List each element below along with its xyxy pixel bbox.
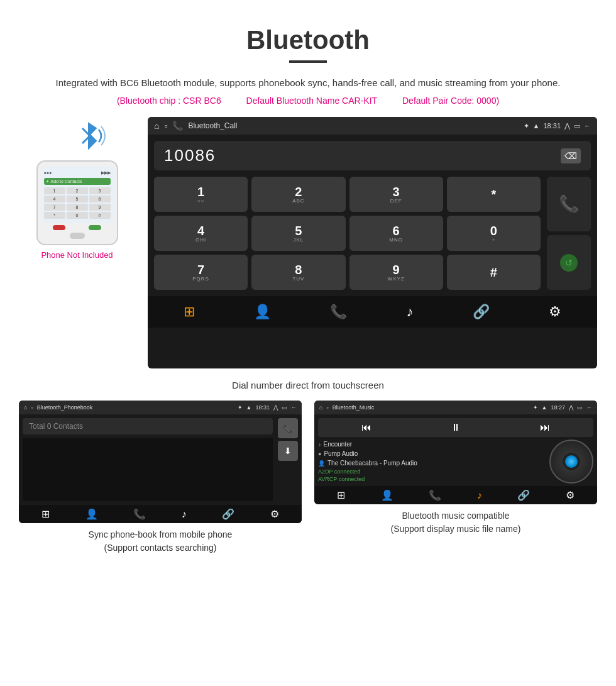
- pb-bt-icon: ✦: [238, 404, 243, 411]
- toolbar-music-icon[interactable]: ♪: [402, 301, 419, 323]
- chip-info: (Bluetooth chip : CSR BC6 Default Blueto…: [0, 96, 616, 117]
- phonebook-action-buttons: 📞 ⬇: [278, 418, 298, 501]
- bluetooth-signal-icon: [71, 117, 109, 162]
- phonebook-search-text: Total 0 Contacts: [29, 422, 83, 431]
- mus-tb-dialpad[interactable]: ⊞: [337, 489, 345, 501]
- download-action-btn[interactable]: ⬇: [278, 441, 298, 461]
- bt-icon: ✦: [524, 122, 529, 130]
- pb-tb-contacts[interactable]: 👤: [85, 508, 98, 520]
- call-action-btn[interactable]: 📞: [278, 418, 298, 438]
- mus-title: Bluetooth_Music: [333, 404, 529, 411]
- track-3-name: The Cheebacabra - Pump Audio: [327, 460, 417, 467]
- phonebook-screen: ⌂ ▫ Bluetooth_Phonebook ✦ ▲ 18:31 ⋀ ▭ ← …: [19, 401, 302, 523]
- mus-tb-call[interactable]: 📞: [429, 489, 441, 501]
- key-7[interactable]: 7PQRS: [154, 255, 248, 290]
- green-call-icon: 📞: [559, 194, 579, 214]
- phone-not-included-label: Phone Not Included: [41, 250, 113, 260]
- phone-dialpad: 123 456 789 *0#: [44, 187, 111, 219]
- pb-title: Bluetooth_Phonebook: [37, 404, 234, 411]
- mus-tb-music[interactable]: ♪: [477, 490, 482, 501]
- phone-area: ●●●▶▶▶ +Add to Contacts 123 456 789 *0# …: [19, 117, 135, 260]
- keypad-area: 1○○ 2ABC 3DEF * 4GHI 5JKL: [148, 177, 597, 296]
- phonebook-list: [23, 438, 273, 501]
- mus-expand-icon: ⋀: [569, 404, 573, 411]
- window-icon: ▭: [574, 122, 580, 130]
- pb-sim-icon: ▫: [31, 404, 33, 411]
- time-display: 18:31: [543, 122, 561, 130]
- pb-tb-link[interactable]: 🔗: [222, 508, 234, 520]
- phone-screen: ●●●▶▶▶ +Add to Contacts 123 456 789 *0#: [41, 167, 113, 223]
- play-pause-btn[interactable]: ⏸: [451, 422, 461, 433]
- phone-screen-top: ●●●▶▶▶: [44, 170, 111, 175]
- vinyl-center: [565, 455, 578, 468]
- pb-window-icon: ▭: [282, 404, 287, 411]
- music-info: ♪ Encounter ● Pump Audio 👤 The Cheebacab…: [314, 437, 597, 486]
- mus-tb-settings[interactable]: ⚙: [566, 489, 575, 501]
- next-track-btn[interactable]: ⏭: [540, 422, 550, 433]
- bottom-screenshots: ⌂ ▫ Bluetooth_Phonebook ✦ ▲ 18:31 ⋀ ▭ ← …: [0, 401, 616, 555]
- pb-tb-settings[interactable]: ⚙: [270, 508, 279, 520]
- dial-number-display: 10086: [164, 146, 216, 165]
- phone-mockup: ●●●▶▶▶ +Add to Contacts 123 456 789 *0#: [36, 160, 118, 245]
- pb-home-icon: ⌂: [24, 404, 27, 411]
- toolbar-settings-icon[interactable]: ⚙: [544, 301, 566, 323]
- music-item: ⌂ ▫ Bluetooth_Music ✦ ▲ 18:27 ⋀ ▭ ← ⏮ ⏸ …: [314, 401, 597, 555]
- prev-track-btn[interactable]: ⏮: [361, 422, 371, 433]
- music-controls: ⏮ ⏸ ⏭: [318, 418, 593, 437]
- mus-sim-icon: ▫: [326, 404, 328, 411]
- key-9[interactable]: 9WXYZ: [349, 255, 443, 290]
- car-screen-main: ⌂ ▫ 📞 Bluetooth_Call ✦ ▲ 18:31 ⋀ ▭ ← 100…: [148, 117, 597, 368]
- pb-back-icon: ←: [291, 404, 297, 411]
- key-8[interactable]: 8TUV: [251, 255, 345, 290]
- music-toolbar: ⊞ 👤 📞 ♪ 🔗 ⚙: [314, 486, 597, 504]
- dot-icon: ●: [318, 451, 321, 457]
- back-icon: ←: [584, 122, 591, 130]
- phone-green-btn: [89, 225, 101, 230]
- mus-tb-contacts[interactable]: 👤: [381, 489, 393, 501]
- toolbar-link-icon[interactable]: 🔗: [468, 301, 495, 323]
- dial-call-button[interactable]: 📞: [547, 177, 591, 231]
- toolbar-dialpad-icon[interactable]: ⊞: [179, 301, 200, 323]
- bt-name-label: Default Bluetooth Name CAR-KIT: [246, 96, 378, 106]
- music-track-list: ♪ Encounter ● Pump Audio 👤 The Cheebacab…: [318, 440, 546, 484]
- phonebook-toolbar: ⊞ 👤 📞 ♪ 🔗 ⚙: [19, 505, 302, 523]
- key-1[interactable]: 1○○: [154, 177, 248, 212]
- key-3[interactable]: 3DEF: [349, 177, 443, 212]
- sim-icon: ▫: [164, 121, 167, 131]
- call-icon: 📞: [172, 121, 183, 131]
- toolbar-contacts-icon[interactable]: 👤: [249, 301, 276, 323]
- phonebook-item: ⌂ ▫ Bluetooth_Phonebook ✦ ▲ 18:31 ⋀ ▭ ← …: [19, 401, 302, 555]
- pb-signal-icon: ▲: [246, 404, 252, 411]
- phonebook-content-area: Total 0 Contacts 📞 ⬇: [19, 414, 302, 505]
- signal-icon: ▲: [533, 122, 540, 130]
- pair-code-label: Default Pair Code: 0000): [402, 96, 499, 106]
- mus-tb-link[interactable]: 🔗: [517, 489, 530, 501]
- track-1: ♪ Encounter: [318, 440, 546, 449]
- music-statusbar: ⌂ ▫ Bluetooth_Music ✦ ▲ 18:27 ⋀ ▭ ←: [314, 401, 597, 414]
- key-5[interactable]: 5JKL: [251, 216, 345, 251]
- key-4[interactable]: 4GHI: [154, 216, 248, 251]
- key-6[interactable]: 6MNO: [349, 216, 443, 251]
- music-screen: ⌂ ▫ Bluetooth_Music ✦ ▲ 18:27 ⋀ ▭ ← ⏮ ⏸ …: [314, 401, 597, 504]
- pb-tb-call[interactable]: 📞: [133, 508, 146, 520]
- key-0[interactable]: 0+: [447, 216, 541, 251]
- mus-bt-icon: ✦: [533, 404, 538, 411]
- key-2[interactable]: 2ABC: [251, 177, 345, 212]
- mus-window-icon: ▭: [577, 404, 583, 411]
- phonebook-search-bar[interactable]: Total 0 Contacts: [23, 418, 273, 434]
- phonebook-left: Total 0 Contacts: [23, 418, 273, 501]
- backspace-button[interactable]: ⌫: [561, 148, 581, 163]
- chip-label: (Bluetooth chip : CSR BC6: [117, 96, 221, 106]
- pb-tb-dialpad[interactable]: ⊞: [41, 508, 50, 520]
- pb-tb-music[interactable]: ♪: [182, 509, 187, 520]
- track-2-name: Pump Audio: [324, 450, 358, 457]
- expand-icon: ⋀: [564, 122, 570, 130]
- pb-time: 18:31: [255, 404, 270, 411]
- phone-bottom-buttons: [41, 225, 113, 230]
- user-icon: 👤: [318, 460, 325, 467]
- key-star[interactable]: *: [447, 177, 541, 212]
- key-hash[interactable]: #: [447, 255, 541, 290]
- main-toolbar: ⊞ 👤 📞 ♪ 🔗 ⚙: [148, 296, 597, 328]
- redial-button[interactable]: ↺: [547, 235, 591, 290]
- toolbar-call-icon[interactable]: 📞: [325, 301, 352, 323]
